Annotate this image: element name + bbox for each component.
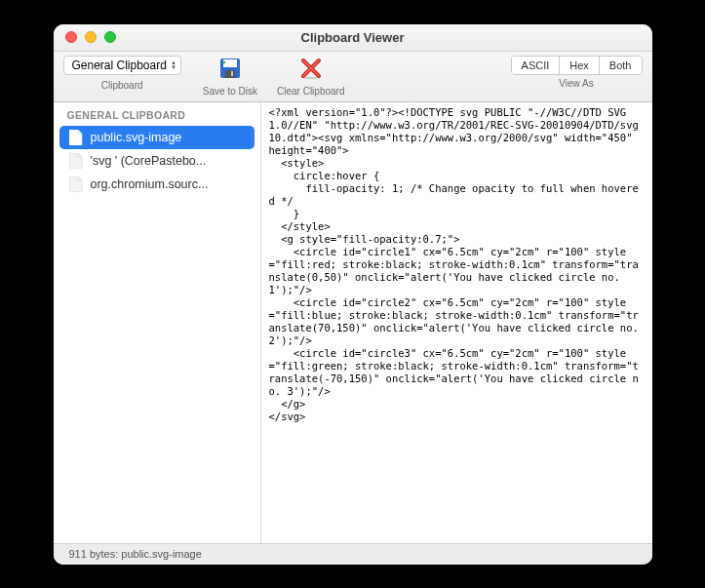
save-to-disk-button[interactable]: Save to Disk [203, 56, 257, 97]
svg-point-5 [303, 76, 319, 78]
file-icon [69, 176, 83, 192]
svg-rect-1 [223, 59, 237, 67]
sidebar-item-public-svg[interactable]: public.svg-image [59, 126, 255, 149]
view-ascii-button[interactable]: ASCII [512, 57, 561, 74]
sidebar: GENERAL CLIPBOARD public.svg-image 'svg … [54, 102, 261, 543]
titlebar: Clipboard Viewer [54, 24, 652, 52]
file-icon [69, 153, 83, 169]
clipboard-selector-group: General Clipboard ▲▼ Clipboard [63, 56, 181, 91]
save-label: Save to Disk [203, 86, 257, 97]
toolbar-buttons: Save to Disk Clear Clipboard [203, 56, 345, 97]
clipboard-label: Clipboard [101, 80, 143, 91]
clipboard-select[interactable]: General Clipboard ▲▼ [63, 56, 181, 75]
svg-rect-2 [225, 70, 235, 78]
updown-icon: ▲▼ [171, 60, 176, 70]
svg-point-4 [223, 60, 226, 63]
sidebar-header: GENERAL CLIPBOARD [54, 102, 260, 126]
view-as-group: ASCII Hex Both View As [511, 56, 643, 89]
floppy-disk-icon [217, 56, 243, 81]
clipboard-select-value: General Clipboard [72, 59, 167, 72]
view-as-segmented: ASCII Hex Both [511, 56, 643, 75]
clear-clipboard-button[interactable]: Clear Clipboard [277, 56, 344, 97]
sidebar-item-label: 'svg ' (CorePastebo... [91, 154, 207, 168]
clipboard-content-text: <?xml version="1.0"?><!DOCTYPE svg PUBLI… [269, 106, 645, 423]
toolbar: General Clipboard ▲▼ Clipboard Save to D… [54, 52, 652, 102]
view-hex-button[interactable]: Hex [560, 57, 600, 74]
delete-x-icon [298, 56, 324, 81]
content-area: GENERAL CLIPBOARD public.svg-image 'svg … [54, 102, 652, 543]
app-window: Clipboard Viewer General Clipboard ▲▼ Cl… [54, 24, 652, 565]
clear-label: Clear Clipboard [277, 86, 344, 97]
sidebar-item-svg-core[interactable]: 'svg ' (CorePastebo... [54, 149, 260, 173]
sidebar-item-chromium[interactable]: org.chromium.sourc... [54, 173, 260, 196]
view-both-button[interactable]: Both [600, 57, 642, 74]
status-text: 911 bytes: public.svg-image [69, 548, 202, 560]
view-as-label: View As [559, 78, 593, 89]
sidebar-item-label: org.chromium.sourc... [91, 177, 209, 191]
file-icon [69, 130, 83, 145]
window-title: Clipboard Viewer [54, 30, 652, 45]
statusbar: 911 bytes: public.svg-image [54, 543, 652, 565]
svg-rect-3 [231, 71, 233, 76]
main-content[interactable]: <?xml version="1.0"?><!DOCTYPE svg PUBLI… [261, 102, 652, 543]
sidebar-item-label: public.svg-image [91, 131, 182, 144]
